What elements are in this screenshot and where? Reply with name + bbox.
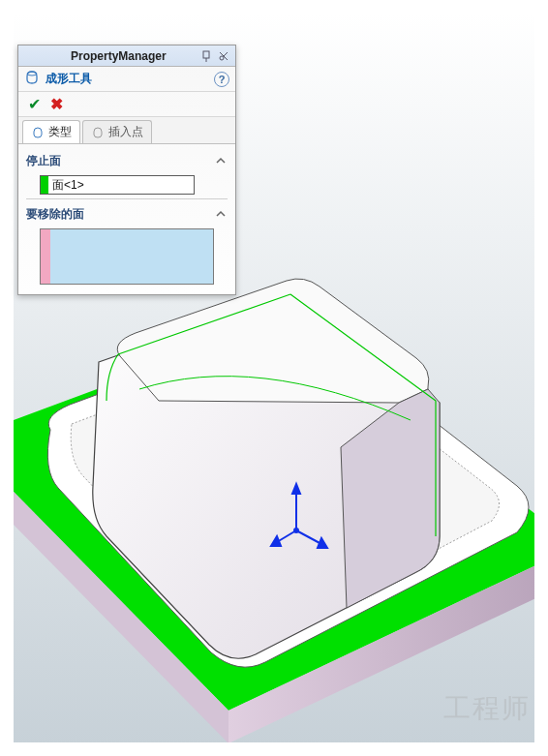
svg-point-70 [108,743,126,756]
svg-point-79 [300,743,318,756]
svg-point-48 [194,0,211,13]
svg-point-66 [23,743,41,756]
stop-face-input[interactable]: 面<1> [40,175,195,195]
svg-point-93 [0,45,13,62]
svg-point-101 [0,215,13,232]
svg-point-77 [258,743,275,756]
svg-point-152 [535,556,548,573]
svg-point-67 [45,743,62,756]
svg-point-54 [321,0,339,13]
svg-point-121 [0,641,13,658]
svg-point-68 [66,743,83,756]
svg-point-43 [87,0,105,13]
svg-point-45 [130,0,147,13]
svg-point-46 [151,0,168,13]
svg-point-134 [535,172,548,190]
svg-point-84 [407,743,424,756]
svg-point-87 [471,743,488,756]
panel-title-bar: PropertyManager [18,45,235,67]
svg-point-44 [108,0,126,13]
stop-face-title: 停止面 [26,153,214,169]
svg-point-73 [172,743,190,756]
cancel-button[interactable]: ✖ [50,95,63,113]
svg-point-85 [428,743,445,756]
svg-point-125 [0,726,13,743]
svg-point-75 [215,743,232,756]
svg-point-143 [535,364,548,381]
svg-point-159 [535,705,548,722]
svg-point-56 [364,0,381,13]
svg-point-126 [535,2,548,19]
svg-point-111 [0,428,13,445]
svg-point-129 [535,66,548,83]
svg-point-76 [236,743,254,756]
svg-point-39 [2,0,19,13]
collapse-stop-icon[interactable] [214,154,228,167]
svg-point-78 [279,743,296,756]
svg-point-55 [343,0,360,13]
svg-point-103 [0,257,13,275]
svg-point-69 [87,743,105,756]
svg-point-57 [385,0,403,13]
svg-point-139 [535,279,548,296]
svg-point-41 [45,0,62,13]
svg-point-119 [0,598,13,616]
svg-point-144 [535,385,548,403]
svg-point-106 [0,321,13,339]
svg-point-7 [294,529,298,532]
svg-point-154 [535,598,548,616]
svg-point-53 [300,0,318,13]
remove-face-title: 要移除的面 [26,206,214,223]
svg-point-117 [0,556,13,573]
svg-point-90 [534,743,548,756]
svg-point-110 [0,407,13,424]
svg-point-146 [535,428,548,445]
svg-point-104 [0,279,13,296]
tab-type-label: 类型 [48,124,72,140]
svg-point-109 [0,385,13,403]
panel-title: PropertyManager [22,49,167,63]
collapse-remove-icon[interactable] [214,207,228,221]
svg-point-122 [0,662,13,680]
svg-point-94 [0,66,13,83]
svg-point-153 [535,577,548,594]
keep-visible-icon[interactable] [198,48,214,64]
svg-point-113 [0,470,13,488]
svg-point-83 [385,743,403,756]
help-icon[interactable]: ? [214,72,229,87]
svg-point-81 [343,743,360,756]
svg-point-160 [535,726,548,743]
stop-face-value: 面<1> [48,177,84,194]
svg-point-127 [535,23,548,41]
svg-point-128 [535,45,548,62]
tab-insert-label: 插入点 [108,124,143,140]
svg-point-138 [535,257,548,275]
svg-point-142 [535,343,548,360]
svg-point-156 [535,641,548,658]
svg-point-47 [172,0,190,13]
svg-point-158 [535,683,548,701]
tab-insert[interactable]: 插入点 [82,120,152,143]
svg-point-135 [535,194,548,211]
forming-tool-icon [24,70,40,88]
svg-point-114 [0,492,13,509]
svg-point-91 [0,2,13,19]
svg-point-74 [194,743,211,756]
svg-point-62 [492,0,509,13]
svg-point-120 [0,620,13,637]
svg-point-95 [0,87,13,105]
svg-point-112 [0,449,13,467]
svg-point-151 [535,534,548,552]
svg-point-51 [258,0,275,13]
svg-point-108 [0,364,13,381]
svg-point-132 [535,130,548,147]
feature-label: 成形工具 [46,71,208,87]
svg-point-88 [492,743,509,756]
tab-type[interactable]: 类型 [22,120,80,143]
ok-button[interactable]: ✔ [28,95,41,113]
svg-point-89 [513,743,531,756]
remove-face-listbox[interactable] [40,228,214,285]
svg-point-133 [535,151,548,168]
svg-point-58 [407,0,424,13]
pushpin-icon[interactable] [216,48,231,64]
